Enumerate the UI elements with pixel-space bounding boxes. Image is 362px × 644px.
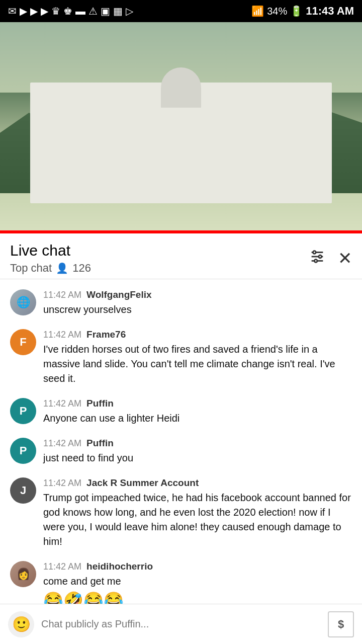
message-text: just need to find you xyxy=(43,451,352,465)
chat-message: P 11:42 AM Puffin just need to find you xyxy=(0,432,362,471)
filter-icon[interactable] xyxy=(309,248,326,269)
message-meta: 11:42 AM heidihocherrio xyxy=(43,561,352,572)
emoji-button[interactable]: 🙂 xyxy=(8,611,34,637)
message-time: 11:42 AM xyxy=(43,438,81,449)
message-time: 11:42 AM xyxy=(43,561,81,572)
chat-input[interactable] xyxy=(41,611,321,637)
message-time: 11:42 AM xyxy=(43,330,81,340)
message-meta: 11:42 AM Frame76 xyxy=(43,329,352,340)
avatar: 🌐 xyxy=(10,289,36,315)
message-time: 11:42 AM xyxy=(43,398,81,409)
message-meta: 11:42 AM Puffin xyxy=(43,438,352,449)
viewer-count: 126 xyxy=(72,262,91,275)
message-author: Puffin xyxy=(86,438,114,449)
battery-percent: 34% xyxy=(267,6,287,17)
message-author: Puffin xyxy=(86,398,114,409)
message-author: Frame76 xyxy=(86,329,126,340)
live-chat-title: Live chat xyxy=(10,242,91,260)
clock: 11:43 AM xyxy=(306,5,354,18)
svg-point-3 xyxy=(313,251,316,254)
play-icon-3: ▶ xyxy=(41,5,48,17)
message-content: 11:42 AM heidihocherrio come and get me … xyxy=(43,561,352,610)
message-text: come and get me xyxy=(43,574,352,589)
warning-icon: ⚠ xyxy=(88,5,98,17)
status-bar: ✉ ▶ ▶ ▶ ♛ ♚ ▬ ⚠ ▣ ▦ ▷ 📶 34% 🔋 11:43 AM xyxy=(0,0,362,22)
avatar: J xyxy=(10,477,36,504)
message-content: 11:42 AM Puffin just need to find you xyxy=(43,438,352,465)
image-icon: ▣ xyxy=(101,5,110,17)
chat-type-label: Top chat xyxy=(10,262,52,275)
play-icon-1: ▶ xyxy=(20,5,27,17)
message-icon: ✉ xyxy=(8,5,17,17)
message-text: Anyone can use a lighter Heidi xyxy=(43,411,352,426)
emoji-face-icon: 🙂 xyxy=(12,615,31,633)
person-icon: 👤 xyxy=(56,262,68,274)
svg-point-4 xyxy=(319,255,322,258)
crown-icon-1: ♛ xyxy=(51,5,60,17)
chat-messages: 🌐 11:42 AM WolfgangFelix unscrew yoursel… xyxy=(0,279,362,620)
video-thumbnail[interactable] xyxy=(0,22,362,233)
status-left-icons: ✉ ▶ ▶ ▶ ♛ ♚ ▬ ⚠ ▣ ▦ ▷ xyxy=(8,5,133,17)
super-chat-button[interactable]: $ xyxy=(328,611,354,637)
svg-point-5 xyxy=(314,259,317,262)
message-text: I've ridden horses out of two fires and … xyxy=(43,342,352,386)
message-text: Trump got impeached twice, he had his fa… xyxy=(43,491,352,549)
currency-icon: $ xyxy=(338,618,344,631)
crown-icon-2: ♚ xyxy=(63,5,72,17)
message-time: 11:42 AM xyxy=(43,478,81,489)
message-author: Jack R Summer Account xyxy=(86,477,199,489)
play-icon-2: ▶ xyxy=(30,5,38,17)
youtube-progress-bar xyxy=(0,230,362,233)
chat-input-bar: 🙂 $ xyxy=(0,604,362,644)
chat-message: J 11:42 AM Jack R Summer Account Trump g… xyxy=(0,471,362,555)
video-building xyxy=(30,83,332,203)
live-chat-header: Live chat Top chat 👤 126 ✕ xyxy=(0,233,362,279)
close-icon[interactable]: ✕ xyxy=(338,248,352,268)
play-store-icon: ▷ xyxy=(126,5,133,17)
message-text: unscrew yourselves xyxy=(43,302,352,317)
message-content: 11:42 AM Puffin Anyone can use a lighter… xyxy=(43,398,352,426)
message-meta: 11:42 AM Jack R Summer Account xyxy=(43,477,352,489)
header-actions: ✕ xyxy=(309,248,352,269)
wifi-icon: 📶 xyxy=(251,5,264,17)
avatar: P xyxy=(10,398,36,424)
avatar: 👩 xyxy=(10,561,36,587)
folder-icon: ▬ xyxy=(75,6,85,17)
battery-icon: 🔋 xyxy=(290,5,303,17)
avatar: F xyxy=(10,329,36,355)
chat-message: F 11:42 AM Frame76 I've ridden horses ou… xyxy=(0,323,362,392)
message-content: 11:42 AM WolfgangFelix unscrew yourselve… xyxy=(43,289,352,317)
chat-message: 🌐 11:42 AM WolfgangFelix unscrew yoursel… xyxy=(0,283,362,323)
chat-message: P 11:42 AM Puffin Anyone can use a light… xyxy=(0,392,362,432)
message-meta: 11:42 AM Puffin xyxy=(43,398,352,409)
message-content: 11:42 AM Jack R Summer Account Trump got… xyxy=(43,477,352,549)
message-content: 11:42 AM Frame76 I've ridden horses out … xyxy=(43,329,352,386)
avatar: P xyxy=(10,438,36,464)
message-time: 11:42 AM xyxy=(43,290,81,300)
message-author: WolfgangFelix xyxy=(86,289,151,300)
status-right-icons: 📶 34% 🔋 11:43 AM xyxy=(251,5,354,18)
live-chat-subtitle: Top chat 👤 126 xyxy=(10,262,91,275)
message-author: heidihocherrio xyxy=(86,561,153,572)
message-meta: 11:42 AM WolfgangFelix xyxy=(43,289,352,300)
live-chat-title-group: Live chat Top chat 👤 126 xyxy=(10,242,91,275)
calendar-icon: ▦ xyxy=(113,5,123,17)
